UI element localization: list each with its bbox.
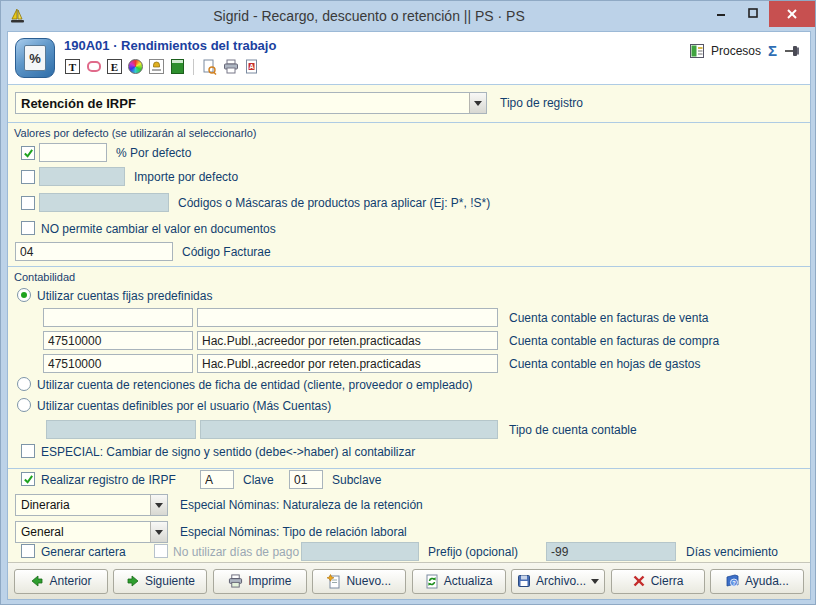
realizar-irpf-label: Realizar registro de IRPF: [41, 473, 176, 487]
anterior-button[interactable]: Anterior: [14, 569, 108, 594]
naturaleza-label: Especial Nóminas: Naturaleza de la reten…: [180, 498, 423, 512]
no-dias-pago-label: No utilizar días de pago: [173, 545, 299, 559]
compra-desc-input[interactable]: [197, 331, 498, 350]
app-icon: [9, 7, 27, 25]
edit-e-icon[interactable]: E: [106, 58, 123, 75]
green-notes-icon[interactable]: [169, 58, 186, 75]
codigo-facturae-label: Código Facturae: [182, 245, 271, 259]
mini-toolbar: T E: [64, 58, 260, 75]
titlebar: Sigrid - Recargo, descuento o retención …: [1, 1, 815, 31]
gastos-account-input[interactable]: [43, 354, 193, 373]
printer-icon: [228, 574, 243, 588]
color-wheel-icon[interactable]: [127, 58, 144, 75]
radio-cuenta-entidad[interactable]: [17, 377, 31, 391]
naturaleza-value: Dineraria: [16, 498, 150, 512]
sigma-icon[interactable]: Σ: [768, 42, 777, 59]
especial-label: ESPECIAL: Cambiar de signo y sentido (de…: [41, 445, 415, 459]
gastos-desc-input[interactable]: [197, 354, 498, 373]
defaults-section-title: Valores por defecto (se utilizarán al se…: [14, 127, 257, 139]
siguiente-button[interactable]: Siguiente: [113, 569, 207, 594]
nuevo-button[interactable]: Nuevo...: [312, 569, 406, 594]
close-x-icon: [632, 574, 646, 588]
codigos-label: Códigos o Máscaras de productos para apl…: [178, 196, 490, 210]
procesos-grid-icon[interactable]: [690, 44, 704, 58]
app-window: Sigrid - Recargo, descuento o retención …: [0, 0, 816, 605]
subclave-input[interactable]: [289, 470, 323, 489]
form-content: % 190A01 · Rendimientos del trabajo T E: [7, 31, 811, 600]
generar-cartera-label: Generar cartera: [41, 545, 126, 559]
bell-icon[interactable]: [148, 58, 165, 75]
footer-button-bar: Anterior Siguiente Imprime: [8, 562, 810, 599]
relacion-select[interactable]: General: [15, 521, 168, 543]
close-button[interactable]: [769, 1, 815, 27]
page-title: 190A01 · Rendimientos del trabajo: [64, 38, 276, 53]
naturaleza-select[interactable]: Dineraria: [15, 494, 168, 516]
no-dias-pago-checkbox: [154, 544, 168, 558]
pdf-icon[interactable]: A: [243, 58, 260, 75]
svg-text:A: A: [249, 63, 254, 70]
subclave-label: Subclave: [332, 473, 381, 487]
text-tool-icon[interactable]: T: [64, 58, 81, 75]
section-divider: [8, 468, 810, 469]
especial-checkbox[interactable]: [21, 444, 35, 458]
pct-checkbox[interactable]: [21, 146, 35, 160]
archivo-button[interactable]: Archivo...: [511, 569, 605, 594]
preview-document-icon[interactable]: [201, 58, 218, 75]
radio-cuentas-fijas-label: Utilizar cuentas fijas predefinidas: [37, 289, 212, 303]
tipo-cuenta-code-input: [46, 420, 196, 439]
maximize-button[interactable]: [737, 1, 769, 25]
importe-label: Importe por defecto: [134, 170, 238, 184]
venta-desc-input[interactable]: [197, 308, 498, 327]
no-permite-checkbox[interactable]: [21, 221, 35, 235]
chevron-down-icon[interactable]: [150, 495, 167, 515]
actualiza-button[interactable]: Actualiza: [412, 569, 506, 594]
imprime-button[interactable]: Imprime: [213, 569, 307, 594]
venta-account-input[interactable]: [43, 308, 193, 327]
clave-label: Clave: [243, 473, 274, 487]
chevron-down-icon[interactable]: [469, 93, 486, 113]
gastos-label: Cuenta contable en hojas de gastos: [509, 357, 700, 371]
pin-icon[interactable]: [784, 44, 800, 58]
minimize-button[interactable]: [705, 1, 737, 25]
importe-checkbox[interactable]: [21, 170, 35, 184]
tipo-cuenta-label: Tipo de cuenta contable: [509, 423, 637, 437]
comment-icon[interactable]: [85, 58, 102, 75]
arrow-left-icon: [30, 574, 44, 588]
print-icon[interactable]: [222, 58, 239, 75]
clave-input[interactable]: [200, 470, 234, 489]
help-icon: ?: [725, 574, 740, 588]
procesos-label[interactable]: Procesos: [711, 44, 761, 58]
chevron-down-icon[interactable]: [150, 522, 167, 542]
radio-cuenta-entidad-label: Utilizar cuenta de retenciones de ficha …: [37, 378, 473, 392]
cierra-button[interactable]: Cierra: [611, 569, 705, 594]
record-type-value: Retención de IRPF: [16, 96, 469, 111]
record-type-select[interactable]: Retención de IRPF: [15, 92, 487, 114]
relacion-value: General: [16, 525, 150, 539]
window-title: Sigrid - Recargo, descuento o retención …: [33, 8, 705, 24]
record-type-label: Tipo de registro: [500, 96, 583, 110]
tipo-cuenta-desc-input: [200, 420, 498, 439]
importe-input: [39, 167, 125, 186]
radio-cuentas-usuario[interactable]: [17, 398, 31, 412]
chevron-down-icon: [591, 579, 599, 584]
generar-cartera-checkbox[interactable]: [21, 544, 35, 558]
pct-input[interactable]: [39, 143, 107, 162]
codigos-checkbox[interactable]: [21, 196, 35, 210]
section-divider: [8, 266, 810, 267]
dias-vencimiento-label: Días vencimiento: [686, 545, 778, 559]
prefijo-label: Prefijo (opcional): [428, 545, 518, 559]
venta-label: Cuenta contable en facturas de venta: [509, 311, 708, 325]
ayuda-button[interactable]: ? Ayuda...: [710, 569, 804, 594]
dias-vencimiento-input: [546, 542, 676, 561]
no-permite-label: NO permite cambiar el valor en documento…: [41, 222, 276, 236]
radio-cuentas-usuario-label: Utilizar cuentas definibles por el usuar…: [37, 399, 331, 413]
prefijo-input: [301, 542, 419, 561]
compra-account-input[interactable]: [43, 331, 193, 350]
new-document-icon: [327, 574, 341, 589]
refresh-icon: [425, 574, 439, 589]
radio-cuentas-fijas[interactable]: [17, 288, 31, 302]
codigo-facturae-input[interactable]: [15, 242, 173, 261]
codigos-input: [39, 193, 169, 212]
realizar-irpf-checkbox[interactable]: [21, 472, 35, 486]
percent-document-icon: %: [15, 38, 55, 78]
